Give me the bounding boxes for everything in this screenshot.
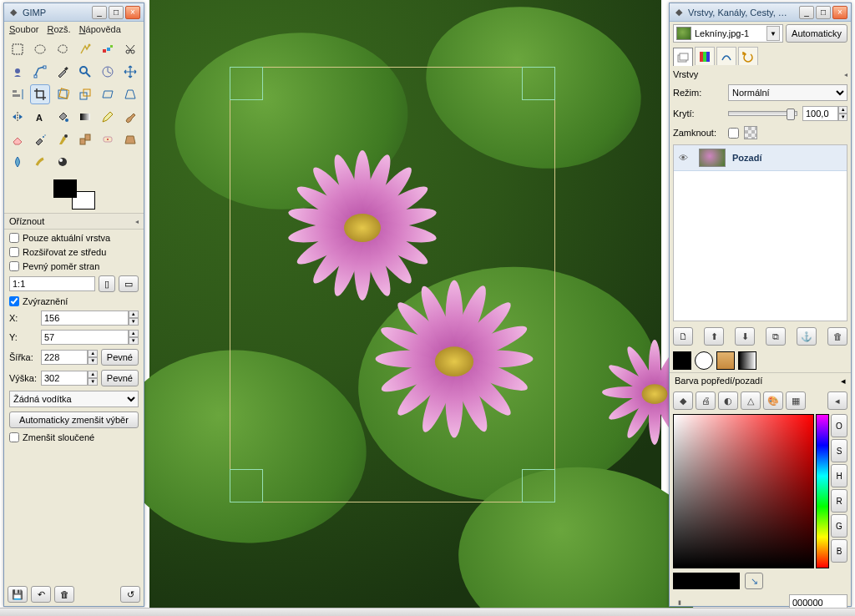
close-button[interactable]: × <box>125 6 140 19</box>
tool-free-select[interactable] <box>53 39 73 59</box>
lower-layer-button[interactable]: ⬇ <box>735 327 755 346</box>
watercolor-button[interactable]: ◐ <box>718 391 738 410</box>
mode-G-button[interactable]: G <box>831 514 847 538</box>
crop-handle-se[interactable] <box>522 469 555 502</box>
cmyk-button[interactable]: 🖨 <box>696 391 716 410</box>
tool-rect-select[interactable] <box>8 39 28 59</box>
tool-by-color-select[interactable] <box>98 39 118 59</box>
mode-S-button[interactable]: S <box>831 439 847 462</box>
tool-bucket-fill[interactable] <box>53 107 73 127</box>
lock-alpha-button[interactable] <box>744 126 757 139</box>
tool-crop[interactable] <box>30 84 50 104</box>
crop-from-center-check[interactable]: Rozšiřovat ze středu <box>9 247 139 257</box>
crop-y-input[interactable] <box>41 330 129 345</box>
minimize-button[interactable]: _ <box>799 6 814 19</box>
minimize-button[interactable]: _ <box>92 6 107 19</box>
crop-ratio-input[interactable] <box>9 276 95 291</box>
opacity-input[interactable] <box>802 106 838 121</box>
image-canvas[interactable] <box>149 0 661 616</box>
crop-portrait-button[interactable]: ▯ <box>99 275 115 292</box>
anchor-layer-button[interactable]: ⚓ <box>797 327 817 346</box>
dock-titlebar[interactable]: ◆ Vrstvy, Kanály, Cesty, … _ □ × <box>670 3 851 22</box>
tool-flip[interactable] <box>8 107 28 127</box>
reset-options-button[interactable]: ↺ <box>120 586 140 603</box>
crop-h-fixed-button[interactable]: Pevné <box>101 370 139 386</box>
chevron-down-icon[interactable]: ▼ <box>766 26 780 41</box>
mode-select[interactable]: Normální <box>728 84 847 101</box>
tool-options-menu-icon[interactable]: ◂ <box>135 218 139 225</box>
layer-item[interactable]: 👁 Pozadí <box>674 145 847 171</box>
crop-autoshrink-button[interactable]: Automaticky zmenšit výběr <box>9 412 139 428</box>
swatch-pattern[interactable] <box>716 351 735 370</box>
crop-rectangle[interactable] <box>230 67 555 502</box>
mode-R-button[interactable]: R <box>831 489 847 512</box>
tool-rotate[interactable] <box>53 84 73 104</box>
tool-zoom[interactable] <box>75 62 95 82</box>
tool-scale[interactable] <box>75 84 95 104</box>
tab-channels[interactable] <box>695 47 715 65</box>
tool-ellipse-select[interactable] <box>30 39 50 59</box>
tool-airbrush[interactable] <box>30 129 50 149</box>
tool-move[interactable] <box>120 62 140 82</box>
tool-paintbrush[interactable] <box>120 107 140 127</box>
layer-list[interactable]: 👁 Pozadí <box>673 144 847 321</box>
add-color-button[interactable]: ↘ <box>745 573 763 589</box>
tool-shear[interactable] <box>98 84 118 104</box>
sv-field[interactable] <box>673 414 814 568</box>
tool-ink[interactable] <box>53 129 73 149</box>
swatch-fg[interactable] <box>673 351 691 370</box>
mode-O-button[interactable]: O <box>831 414 847 437</box>
tool-pencil[interactable] <box>98 107 118 127</box>
crop-handle-sw[interactable] <box>230 469 263 502</box>
crop-highlight-check[interactable]: Zvýraznění <box>9 296 139 306</box>
color-menu-icon[interactable]: ◂ <box>841 376 846 386</box>
tool-perspective-clone[interactable] <box>120 129 140 149</box>
eye-icon[interactable]: 👁 <box>679 153 692 163</box>
crop-w-fixed-button[interactable]: Pevné <box>101 349 139 366</box>
duplicate-layer-button[interactable]: ⧉ <box>766 327 786 346</box>
tool-measure[interactable] <box>98 62 118 82</box>
raise-layer-button[interactable]: ⬆ <box>704 327 724 346</box>
tool-fuzzy-select[interactable] <box>75 39 95 59</box>
tool-blend[interactable] <box>75 107 95 127</box>
tool-blur[interactable] <box>8 152 28 172</box>
menu-ext[interactable]: Rozš. <box>47 24 70 34</box>
tool-scissors[interactable] <box>120 39 140 59</box>
maximize-button[interactable]: □ <box>109 6 124 19</box>
crop-guides-select[interactable]: Žádná vodítka <box>9 391 139 407</box>
menu-file[interactable]: Soubor <box>9 24 38 34</box>
crop-h-input[interactable] <box>41 371 88 386</box>
save-options-button[interactable]: 💾 <box>8 586 28 603</box>
fg-bg-color-swatch[interactable] <box>53 179 95 210</box>
menu-help[interactable]: Nápověda <box>79 24 121 34</box>
crop-w-input[interactable] <box>41 350 88 365</box>
close-button[interactable]: × <box>832 6 847 19</box>
mode-B-button[interactable]: B <box>831 539 847 563</box>
crop-fixed-aspect-check[interactable]: Pevný poměr stran <box>9 261 139 271</box>
crop-x-input[interactable] <box>41 311 129 326</box>
crop-current-layer-check[interactable]: Pouze aktuální vrstva <box>9 233 139 243</box>
fg-color-swatch[interactable] <box>53 179 77 198</box>
tool-smudge[interactable] <box>30 152 50 172</box>
crop-shrink-merged-check[interactable]: Zmenšit sloučené <box>9 432 139 442</box>
auto-button[interactable]: Automaticky <box>786 24 847 43</box>
tab-layers[interactable] <box>673 48 693 66</box>
scales-button[interactable]: ▦ <box>786 391 806 410</box>
delete-layer-button[interactable]: 🗑 <box>827 327 847 346</box>
gimp-color-button[interactable]: ◆ <box>673 391 693 410</box>
tab-undo[interactable] <box>738 47 758 65</box>
color-history[interactable]: ▮ <box>673 599 681 606</box>
new-layer-button[interactable]: 🗋 <box>673 327 693 346</box>
crop-landscape-button[interactable]: ▭ <box>119 275 139 292</box>
opacity-slider[interactable] <box>728 111 797 116</box>
lock-pixels-check[interactable] <box>728 128 739 139</box>
tool-dodge[interactable] <box>53 152 73 172</box>
swatch-bg[interactable] <box>695 351 713 370</box>
layers-menu-icon[interactable]: ◂ <box>844 71 847 78</box>
tool-text[interactable]: A <box>30 107 50 127</box>
palette-button[interactable]: 🎨 <box>763 391 783 410</box>
tool-eraser[interactable] <box>8 129 28 149</box>
current-color-swatch[interactable] <box>673 573 740 589</box>
swatch-gradient[interactable] <box>738 351 756 370</box>
hue-bar[interactable] <box>816 414 829 568</box>
